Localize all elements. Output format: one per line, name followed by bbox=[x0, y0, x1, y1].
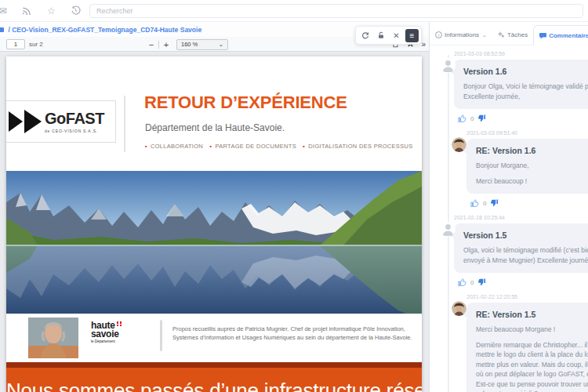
tab-informations[interactable]: i Informations ⌄ bbox=[430, 25, 492, 45]
comment: 2021-03-03 08:52:59 Version 1.6 Bonjour … bbox=[430, 51, 588, 123]
comment-title: Version 1.5 bbox=[463, 230, 588, 240]
pdf-page: GoFAST de CEO-VISION S.A.S. RETOUR D’EXP… bbox=[6, 56, 422, 392]
chevrons-icon[interactable]: » bbox=[421, 40, 425, 49]
menu-icon[interactable]: ≡ bbox=[405, 29, 419, 42]
comment-timestamp: 2021-02-18 10:25:44 bbox=[454, 215, 588, 220]
comment-bubble: RE: Version 1.6 Bonjour Morgane, Merci b… bbox=[466, 139, 588, 194]
close-icon[interactable]: ✕ bbox=[390, 29, 403, 42]
comment-timestamp: 2021-02-22 12:20:55 bbox=[466, 294, 588, 299]
chevron-down-icon: ⌄ bbox=[482, 32, 487, 38]
chevron-down-icon: ⌄ bbox=[219, 41, 223, 48]
gears-icon bbox=[498, 31, 505, 38]
comment-line: Dernière remarque de Christopher... il f… bbox=[476, 340, 588, 350]
like-count: 0 bbox=[470, 279, 474, 286]
gofast-logo-icon bbox=[9, 110, 42, 133]
page-total-label: sur 2 bbox=[29, 41, 43, 48]
patricia-mugnier-photo bbox=[28, 318, 78, 358]
gofast-logo: GoFAST de CEO-VISION S.A.S. bbox=[6, 100, 116, 143]
avatar bbox=[441, 222, 456, 237]
comment-line: où on peut déplacer le logo GoFAST, et l… bbox=[476, 369, 588, 379]
thumb-up-icon[interactable] bbox=[458, 278, 466, 287]
zoom-level-select[interactable]: 160 % ⌄ bbox=[176, 39, 228, 50]
comment-line: cela reste aussi joli ? bbox=[476, 389, 588, 392]
star-icon[interactable]: ☆ bbox=[45, 5, 57, 16]
folder-icon bbox=[0, 27, 4, 32]
comment-reply: 2021-02-22 12:20:55 RE: Version 1.5 Merc… bbox=[430, 294, 588, 392]
zoom-in-button[interactable]: + bbox=[161, 39, 172, 50]
toolbar-icon-group: ✉ ☆ bbox=[0, 5, 89, 16]
comment-line: Est-ce que tu pense pouvoir trouver une bbox=[476, 379, 588, 390]
comment-line: Excellente journée, bbox=[463, 92, 588, 102]
unlock-icon[interactable] bbox=[374, 29, 387, 42]
like-count: 0 bbox=[483, 200, 486, 207]
thumb-down-icon[interactable] bbox=[477, 278, 486, 287]
search-input[interactable] bbox=[89, 4, 583, 18]
mountain-lake-photo bbox=[6, 171, 422, 314]
pdf-canvas[interactable]: GoFAST de CEO-VISION S.A.S. RETOUR D’EXP… bbox=[0, 52, 429, 392]
rss-icon[interactable] bbox=[21, 5, 33, 16]
thumb-up-icon[interactable] bbox=[458, 114, 466, 123]
thumb-down-icon[interactable] bbox=[477, 114, 486, 123]
doc-title: RETOUR D’EXPÉRIENCE bbox=[144, 93, 347, 113]
top-toolbar: ✉ ☆ bbox=[0, 0, 588, 22]
comment-likes: 0 bbox=[458, 278, 588, 287]
attribution-divider bbox=[160, 320, 162, 351]
comment-line: mettre plus en valeur. Mais du coup, il … bbox=[476, 360, 588, 370]
quote-text: Nous sommes passés d’une infrastructure … bbox=[6, 379, 422, 392]
brand-dots-icon bbox=[117, 321, 122, 326]
thumb-down-icon[interactable] bbox=[490, 198, 499, 208]
doc-actions-pill: ✕ ≡ bbox=[355, 26, 422, 45]
tab-taches[interactable]: Tâches bbox=[492, 25, 533, 45]
comment-title: RE: Version 1.5 bbox=[476, 310, 588, 319]
avatar bbox=[441, 58, 456, 73]
comment-timestamp: 2021-03-03 08:52:59 bbox=[454, 51, 588, 56]
gofast-logo-text: GoFAST bbox=[45, 110, 104, 128]
comment-reply: 2021-03-03 09:51:40 RE: Version 1.6 Bonj… bbox=[430, 130, 588, 208]
comment-line: envoyé à Mme Mugnier) Excellente journée… bbox=[463, 256, 588, 266]
info-icon: i bbox=[435, 31, 442, 38]
gofast-logo-subtext: de CEO-VISION S.A.S. bbox=[45, 129, 104, 133]
zoom-level-value: 160 % bbox=[181, 41, 198, 48]
breadcrumb-separator: / bbox=[8, 26, 9, 34]
avatar bbox=[452, 137, 466, 152]
comments-thread[interactable]: 2021-03-03 08:52:59 Version 1.6 Bonjour … bbox=[430, 45, 588, 392]
doc-tag: DIGITALISATION DES PROCESSUS bbox=[308, 143, 412, 150]
envelope-icon[interactable]: ✉ bbox=[0, 5, 9, 16]
comment-line: Merci beaucoup ! bbox=[476, 176, 588, 187]
page-number-input[interactable] bbox=[6, 39, 25, 49]
comment-line: mettre le logo du client à la place du l… bbox=[476, 350, 588, 360]
avatar bbox=[452, 301, 466, 316]
comment: 2021-02-18 10:25:44 Version 1.5 Olga, vo… bbox=[430, 215, 588, 287]
doc-tag: COLLABORATION bbox=[151, 143, 203, 150]
thumb-up-icon[interactable] bbox=[470, 198, 479, 208]
breadcrumb-doc-name[interactable]: CEO-Vision_REX-GoFAST_Temoignage_CD74-Ha… bbox=[12, 26, 201, 34]
comment-likes: 0 bbox=[470, 198, 588, 208]
doc-tags: ▪COLLABORATION ▪PARTAGE DE DOCUMENTS ▪DI… bbox=[145, 143, 417, 150]
comment-title: Version 1.6 bbox=[463, 67, 588, 76]
quote-band: Nous sommes passés d’une infrastructure … bbox=[6, 362, 422, 392]
tab-commentaires[interactable]: Commentaires bbox=[533, 25, 588, 45]
comment-line: Bonjour Morgane, bbox=[476, 161, 588, 171]
zoom-controls: − + 160 % ⌄ bbox=[146, 38, 228, 50]
comment-timestamp: 2021-03-03 09:51:40 bbox=[466, 130, 588, 136]
history-icon[interactable] bbox=[70, 5, 82, 16]
breadcrumb[interactable]: / CEO-Vision_REX-GoFAST_Temoignage_CD74-… bbox=[2, 26, 201, 34]
comment-bubble: Version 1.5 Olga, voici le témoignage mo… bbox=[454, 223, 588, 273]
doc-subtitle: Département de la Haute-Savoie. bbox=[145, 122, 285, 133]
attribution-text: Propos recueillis auprès de Patricia Mug… bbox=[172, 325, 412, 342]
comment-likes: 0 bbox=[458, 114, 588, 123]
attribution-strip: haute savoie le Département Propos recue… bbox=[6, 314, 422, 362]
document-viewer: / CEO-Vision_REX-GoFAST_Temoignage_CD74-… bbox=[0, 22, 430, 392]
comment-bubble: RE: Version 1.5 Merci beaucoup Morgane !… bbox=[466, 303, 588, 392]
comment-line: Merci beaucoup Morgane ! bbox=[476, 325, 588, 335]
divider bbox=[158, 41, 159, 49]
comment-line: Olga, voici le témoignage modifié (c’est… bbox=[463, 245, 588, 256]
header-divider bbox=[124, 96, 125, 152]
like-count: 0 bbox=[470, 115, 474, 122]
side-panel: i Informations ⌄ Tâches Commentaires bbox=[430, 22, 588, 392]
comment-bubble: Version 1.6 Bonjour Olga, Voici le témoi… bbox=[454, 60, 588, 109]
comment-line: Bonjour Olga, Voici le témoignage validé… bbox=[463, 82, 588, 92]
panel-tabs: i Informations ⌄ Tâches Commentaires bbox=[430, 22, 588, 45]
refresh-icon[interactable] bbox=[358, 29, 372, 42]
zoom-out-button[interactable]: − bbox=[146, 39, 157, 50]
